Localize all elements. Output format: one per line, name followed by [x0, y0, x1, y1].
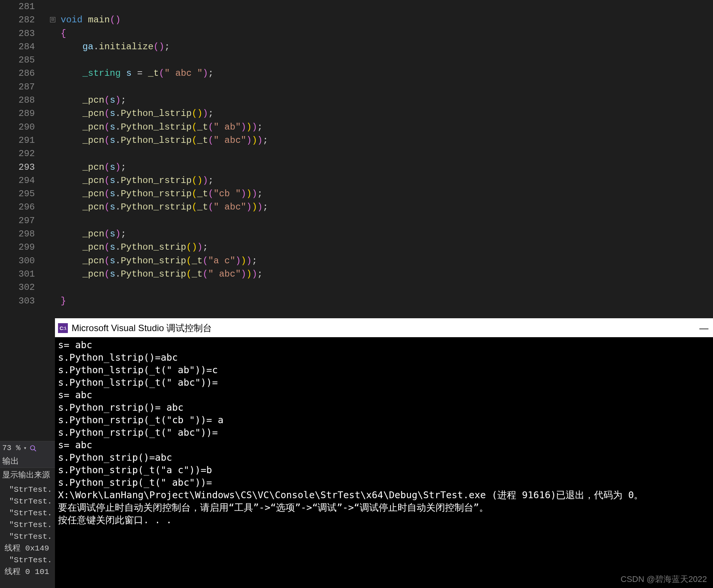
code-line[interactable]: { — [61, 27, 713, 40]
line-number[interactable]: 291 — [0, 134, 35, 147]
code-line[interactable]: _pcn(s.Python_rstrip(_t(" abc"))); — [61, 200, 713, 214]
code-line[interactable] — [61, 214, 713, 227]
console-line: s= abc — [58, 439, 710, 451]
code-line[interactable]: _pcn(s); — [61, 161, 713, 174]
svg-point-0 — [31, 446, 35, 450]
console-line: s.Python_lstrip(_t(" abc"))= — [58, 376, 710, 389]
line-number[interactable]: 301 — [0, 267, 35, 281]
line-number[interactable]: 302 — [0, 281, 35, 294]
chevron-down-icon[interactable]: ▾ — [24, 442, 27, 454]
code-line[interactable] — [61, 53, 713, 67]
line-number[interactable]: 296 — [0, 200, 35, 214]
console-line: 按任意键关闭此窗口. . . — [58, 514, 710, 526]
line-number[interactable]: 289 — [0, 107, 35, 120]
code-line[interactable]: _pcn(s); — [61, 94, 713, 107]
code-line[interactable]: _pcn(s.Python_rstrip(_t("cb "))); — [61, 187, 713, 200]
output-panel-title: 输出 — [0, 455, 55, 468]
output-source-label: 显示输出来源 — [0, 468, 55, 483]
line-number[interactable]: 300 — [0, 254, 35, 267]
output-line: "StrTest. — [0, 519, 55, 531]
line-number[interactable]: 293 — [0, 161, 35, 174]
line-number[interactable]: 286 — [0, 67, 35, 80]
code-line[interactable]: } — [61, 294, 713, 308]
code-line[interactable]: _pcn(s.Python_strip(_t("a c"))); — [61, 254, 713, 267]
console-line: s.Python_rstrip(_t("cb "))= a — [58, 414, 710, 426]
console-line: s.Python_strip()=abc — [58, 451, 710, 464]
output-line: "StrTest. — [0, 531, 55, 543]
svg-line-1 — [34, 449, 36, 451]
zoom-icon[interactable] — [30, 445, 36, 452]
output-line: 线程 0 101 — [0, 566, 55, 578]
console-line: s.Python_strip(_t("a c"))=b — [58, 464, 710, 476]
console-output[interactable]: s= abcs.Python_lstrip()=abcs.Python_lstr… — [55, 337, 713, 528]
line-number[interactable]: 298 — [0, 227, 35, 241]
line-number[interactable]: 284 — [0, 40, 35, 53]
code-line[interactable] — [61, 80, 713, 94]
line-number[interactable]: 303 — [0, 294, 35, 308]
code-line[interactable]: _pcn(s.Python_lstrip()); — [61, 107, 713, 120]
console-line: s.Python_lstrip()=abc — [58, 351, 710, 364]
line-number[interactable]: 290 — [0, 120, 35, 134]
output-line: "StrTest. — [0, 484, 55, 496]
output-line: 线程 0x149 — [0, 543, 55, 554]
code-line[interactable]: _pcn(s.Python_rstrip()); — [61, 174, 713, 187]
output-line: "StrTest. — [0, 554, 55, 566]
output-line: "StrTest. — [0, 507, 55, 519]
console-line: s= abc — [58, 339, 710, 351]
minimize-button[interactable]: — — [699, 323, 708, 333]
line-number[interactable]: 294 — [0, 174, 35, 187]
bottom-left-panel: 73 % ▾ 输出 显示输出来源 "StrTest."StrTest."StrT… — [0, 441, 55, 588]
code-line[interactable]: _pcn(s.Python_strip(_t(" abc"))); — [61, 267, 713, 281]
line-number[interactable]: 282 — [0, 13, 35, 27]
code-line[interactable]: _string s = _t(" abc "); — [61, 67, 713, 80]
code-line[interactable]: void main() — [61, 13, 713, 27]
code-line[interactable]: _pcn(s); — [61, 227, 713, 241]
console-title: Microsoft Visual Studio 调试控制台 — [72, 322, 212, 334]
output-line: "StrTest. — [0, 496, 55, 507]
line-number[interactable]: 281 — [0, 0, 35, 13]
output-lines: "StrTest."StrTest."StrTest."StrTest."Str… — [0, 483, 55, 579]
console-app-icon: C:\ — [58, 323, 68, 333]
watermark-text: CSDN @碧海蓝天2022 — [621, 574, 707, 585]
code-line[interactable] — [61, 281, 713, 294]
code-content[interactable]: void main(){ ga.initialize(); _string s … — [45, 0, 713, 314]
line-number[interactable]: 288 — [0, 94, 35, 107]
console-line: s.Python_rstrip()= abc — [58, 401, 710, 414]
code-line[interactable]: _pcn(s.Python_lstrip(_t(" ab"))); — [61, 120, 713, 134]
console-line: X:\Work\LanHang\Project\Windows\CS\VC\Co… — [58, 489, 710, 501]
console-line: s.Python_lstrip(_t(" ab"))=c — [58, 364, 710, 376]
zoom-level[interactable]: 73 % — [2, 442, 20, 454]
line-number[interactable]: 299 — [0, 241, 35, 254]
line-number[interactable]: 283 — [0, 27, 35, 40]
console-line: 要在调试停止时自动关闭控制台，请启用“工具”->“选项”->“调试”->“调试停… — [58, 501, 710, 514]
console-line: s= abc — [58, 389, 710, 401]
debug-console-window[interactable]: C:\ Microsoft Visual Studio 调试控制台 — s= a… — [55, 318, 713, 588]
line-number[interactable]: 295 — [0, 187, 35, 200]
code-line[interactable]: _pcn(s.Python_strip()); — [61, 241, 713, 254]
line-number[interactable]: 287 — [0, 80, 35, 94]
console-line: s.Python_strip(_t(" abc"))= — [58, 476, 710, 489]
code-line[interactable] — [61, 147, 713, 160]
console-line: s.Python_rstrip(_t(" abc"))= — [58, 426, 710, 439]
line-number[interactable]: 292 — [0, 147, 35, 160]
code-editor[interactable]: 2812822832842852862872882892902912922932… — [0, 0, 713, 314]
code-line[interactable]: ga.initialize(); — [61, 40, 713, 53]
code-line[interactable] — [61, 0, 713, 13]
console-titlebar[interactable]: C:\ Microsoft Visual Studio 调试控制台 — — [55, 319, 713, 337]
line-gutter[interactable]: 2812822832842852862872882892902912922932… — [0, 0, 45, 314]
line-number[interactable]: 297 — [0, 214, 35, 227]
zoom-bar[interactable]: 73 % ▾ — [0, 441, 55, 455]
code-line[interactable]: _pcn(s.Python_lstrip(_t(" abc"))); — [61, 134, 713, 147]
line-number[interactable]: 285 — [0, 53, 35, 67]
